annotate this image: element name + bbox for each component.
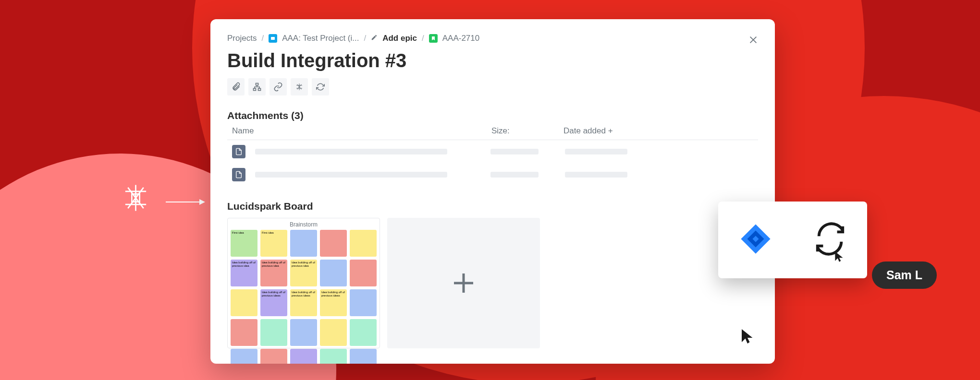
board-title: Brainstorm xyxy=(231,221,377,228)
sticky-note xyxy=(320,260,347,286)
arrow-icon xyxy=(166,202,204,202)
sticky-note xyxy=(231,319,257,346)
file-icon xyxy=(232,168,245,181)
sync-button[interactable] xyxy=(312,78,329,95)
lucidspark-button[interactable] xyxy=(291,78,308,95)
sticky-note xyxy=(231,289,257,316)
link-button[interactable] xyxy=(270,78,287,95)
col-name[interactable]: Name xyxy=(232,126,491,136)
sticky-note xyxy=(260,349,287,364)
lucidspark-heading: Lucidspark Board xyxy=(227,201,758,212)
placeholder xyxy=(565,149,627,154)
sticky-note: First idea xyxy=(260,230,287,257)
issue-title: Build Integration #3 xyxy=(227,50,758,71)
breadcrumb-ticket[interactable]: AAA-2710 xyxy=(442,34,480,43)
sticky-note xyxy=(290,349,317,364)
placeholder xyxy=(255,149,447,154)
attach-button[interactable] xyxy=(227,78,245,95)
placeholder xyxy=(490,172,539,178)
col-size[interactable]: Size: xyxy=(491,126,564,136)
pencil-icon xyxy=(371,34,378,43)
collaborator-cursor-icon xyxy=(833,249,845,266)
col-date[interactable]: Date added + xyxy=(564,126,660,136)
placeholder xyxy=(490,149,539,154)
attachment-row[interactable] xyxy=(227,140,758,163)
sticky-note xyxy=(320,230,347,257)
integration-card xyxy=(718,202,867,278)
collaborator-tag: Sam L xyxy=(872,261,937,289)
project-icon xyxy=(269,34,277,43)
svg-rect-4 xyxy=(258,88,261,90)
sticky-note: Idea building off of previous ideas xyxy=(290,289,317,316)
breadcrumb-add-epic[interactable]: Add epic xyxy=(382,34,417,43)
breadcrumb-projects[interactable]: Projects xyxy=(227,34,257,43)
story-icon xyxy=(429,34,438,43)
jira-issue-panel: Projects / AAA: Test Project (i... / Add… xyxy=(210,19,775,364)
close-button[interactable] xyxy=(746,33,760,47)
sticky-grid: First ideaFirst ideaIdea building off of… xyxy=(231,230,377,364)
sticky-note: Idea building off of previous idea xyxy=(231,260,257,286)
lucidspark-logo-icon xyxy=(120,182,151,215)
sticky-note xyxy=(350,289,377,316)
breadcrumb-project[interactable]: AAA: Test Project (i... xyxy=(282,34,359,43)
sticky-note xyxy=(350,260,377,286)
placeholder xyxy=(565,172,627,178)
board-thumbnail[interactable]: Brainstorm First ideaFirst ideaIdea buil… xyxy=(227,218,380,348)
attachments-heading: Attachments (3) xyxy=(227,110,758,121)
attachment-row[interactable] xyxy=(227,163,758,186)
cursor-icon xyxy=(739,326,756,348)
sticky-note: Idea building off of previous ideas xyxy=(260,289,287,316)
sticky-note xyxy=(290,319,317,346)
sticky-note: Idea building off of previous idea xyxy=(260,260,287,286)
sticky-note xyxy=(260,319,287,346)
sticky-note xyxy=(350,349,377,364)
sticky-note xyxy=(320,319,347,346)
attachments-list xyxy=(227,140,758,186)
breadcrumb: Projects / AAA: Test Project (i... / Add… xyxy=(227,34,758,43)
svg-rect-3 xyxy=(254,88,256,90)
placeholder xyxy=(255,172,447,178)
attachments-header-row: Name Size: Date added + xyxy=(227,126,758,136)
svg-rect-2 xyxy=(256,83,258,85)
jira-icon xyxy=(739,222,772,258)
lucidspark-section: Lucidspark Board Brainstorm First ideaFi… xyxy=(227,201,758,348)
sticky-note xyxy=(350,319,377,346)
sticky-note: Idea building off of previous ideas xyxy=(320,289,347,316)
sticky-note xyxy=(320,349,347,364)
sticky-note: First idea xyxy=(231,230,257,257)
sticky-note xyxy=(231,349,257,364)
sticky-note xyxy=(290,230,317,257)
sticky-note: Idea building off of previous idea xyxy=(290,260,317,286)
issue-toolbar xyxy=(227,78,758,95)
hierarchy-button[interactable] xyxy=(248,78,266,95)
svg-rect-1 xyxy=(271,37,275,40)
sticky-note xyxy=(350,230,377,257)
file-icon xyxy=(232,145,245,158)
add-board-button[interactable] xyxy=(387,218,540,348)
